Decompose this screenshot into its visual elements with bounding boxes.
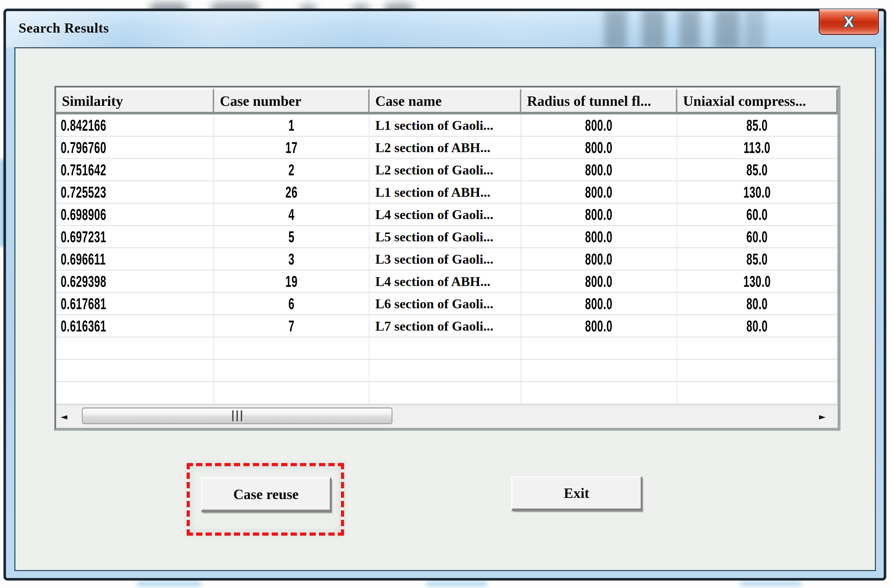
cell-similarity: 0.616361 [56,315,214,337]
cell-uniaxial-value: 80.0 [746,294,768,313]
column-header-radius[interactable]: Radius of tunnel fl... [521,88,677,114]
cell-radius: 800.0 [521,315,677,337]
cell-uniaxial [677,382,838,404]
cell-case_number-value: 6 [288,294,294,313]
cell-case_number: 6 [214,293,370,314]
cell-case_name: L1 section of Gaoli... [370,114,521,136]
table-row[interactable]: 0.7516422L2 section of Gaoli...800.085.0 [56,159,838,182]
cell-uniaxial [677,360,838,381]
cell-case_number: 19 [214,270,370,292]
table-row[interactable]: 0.62939819L4 section of ABH...800.0130.0 [56,270,838,293]
cell-radius [521,338,677,359]
cell-case_number-value: 2 [288,160,294,179]
cell-case_number: 4 [214,204,370,225]
cell-radius [521,382,677,404]
cell-case_name: L7 section of Gaoli... [370,315,521,337]
table-row[interactable]: 0.6163617L7 section of Gaoli...800.080.0 [56,315,838,338]
background-artifact [642,11,665,47]
cell-radius-value: 800.0 [585,160,612,179]
table-row[interactable]: 0.8421661L1 section of Gaoli...800.085.0 [56,114,838,137]
table-row[interactable]: 0.6966113L3 section of Gaoli...800.085.0 [56,248,838,270]
cell-case_name-value: L7 section of Gaoli... [374,318,493,334]
cell-case_number: 26 [214,182,370,203]
case-reuse-button[interactable]: Case reuse [201,477,331,512]
scrollbar-grip-icon [232,410,233,421]
cell-case_name: L6 section of Gaoli... [370,293,521,314]
cell-uniaxial-value: 80.0 [746,316,768,335]
cell-uniaxial: 80.0 [677,315,838,337]
scrollbar-thumb[interactable] [82,408,393,424]
cell-case_number: 2 [214,159,370,180]
cell-uniaxial [677,338,838,359]
cell-radius-value: 800.0 [585,116,612,134]
cell-radius-value: 800.0 [585,183,612,201]
cell-radius: 800.0 [521,270,677,292]
cell-uniaxial: 85.0 [677,114,838,136]
cell-similarity [56,360,214,381]
cell-similarity-value: 0.751642 [61,160,106,179]
scrollbar-grip-icon [241,410,242,421]
exit-button[interactable]: Exit [511,476,642,511]
cell-radius: 800.0 [521,204,677,225]
cell-case_number [214,338,370,359]
cell-case_name: L1 section of ABH... [370,182,521,203]
cell-case_name-value: L2 section of Gaoli... [374,162,493,178]
cell-case_number-value: 19 [286,272,298,291]
cell-uniaxial-value: 60.0 [746,227,768,246]
close-button[interactable]: X [819,9,879,35]
cell-radius: 800.0 [521,248,677,270]
cell-similarity-value: 0.616361 [61,316,106,335]
cell-similarity-value: 0.698906 [61,205,106,224]
cell-case_number: 1 [214,114,370,136]
cell-case_number [214,382,370,404]
cell-similarity-value: 0.725523 [61,183,106,201]
background-artifact [679,11,700,47]
cell-case_name [370,360,521,381]
table-row[interactable]: 0.6972315L5 section of Gaoli...800.060.0 [56,226,838,248]
background-artifact [604,11,627,47]
cell-uniaxial: 130.0 [677,182,838,203]
cell-case_name-value: L2 section of ABH... [374,140,490,155]
cell-similarity: 0.842166 [56,114,214,136]
cell-similarity-value: 0.617681 [61,294,106,313]
table-row[interactable]: 0.79676017L2 section of ABH...800.0113.0 [56,137,838,159]
cell-uniaxial-value: 85.0 [746,250,768,268]
cell-similarity: 0.796760 [56,137,214,158]
column-header-case_number[interactable]: Case number [214,88,370,114]
column-header-uniaxial[interactable]: Uniaxial compress... [677,88,838,114]
background-artifact [426,581,487,586]
cell-similarity [56,382,214,404]
horizontal-scrollbar[interactable]: ◄ ► [56,404,838,428]
scroll-right-arrow-icon[interactable]: ► [819,412,826,421]
results-table: SimilarityCase numberCase nameRadius of … [54,86,841,431]
cell-radius [521,360,677,381]
cell-uniaxial: 113.0 [677,137,838,158]
cell-case_number-value: 1 [288,116,294,134]
cell-case_name: L2 section of Gaoli... [370,159,521,180]
scroll-left-arrow-icon[interactable]: ◄ [61,412,67,421]
table-header-row: SimilarityCase numberCase nameRadius of … [56,88,838,114]
table-row[interactable]: 0.6989064L4 section of Gaoli...800.060.0 [56,204,838,226]
close-icon: X [844,13,854,30]
scrollbar-grip-icon [236,410,238,421]
table-row[interactable]: 0.6176816L6 section of Gaoli...800.080.0 [56,293,838,315]
cell-case_name-value: L4 section of Gaoli... [374,207,493,222]
cell-similarity-value: 0.696611 [61,250,105,268]
cell-radius-value: 800.0 [585,138,612,157]
cell-radius: 800.0 [521,159,677,180]
table-row[interactable]: 0.72552326L1 section of ABH...800.0130.0 [56,182,838,204]
cell-similarity-value: 0.697231 [61,227,106,246]
cell-radius-value: 800.0 [585,316,612,335]
title-bar[interactable]: Search Results [6,11,884,47]
cell-uniaxial: 60.0 [677,204,838,225]
cell-case_name: L3 section of Gaoli... [370,248,521,270]
column-header-case_name[interactable]: Case name [370,88,521,114]
cell-case_number: 17 [214,137,370,158]
cell-case_number-value: 7 [288,316,294,335]
cell-similarity: 0.696611 [56,248,214,270]
column-header-similarity[interactable]: Similarity [56,88,214,114]
cell-case_name: L4 section of ABH... [370,270,521,292]
cell-similarity-value: 0.796760 [61,138,106,157]
cell-similarity: 0.725523 [56,182,214,203]
cell-case_name-value: L1 section of Gaoli... [374,117,493,133]
